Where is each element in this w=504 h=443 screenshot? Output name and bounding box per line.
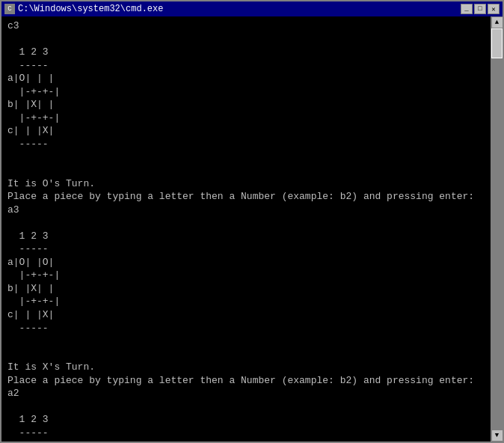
terminal-output[interactable]: c3 1 2 3 ----- a|O| | | |-+-+-| b| |X| |… xyxy=(1,16,491,442)
minimize-button[interactable]: _ xyxy=(461,4,473,14)
close-button[interactable]: ✕ xyxy=(488,4,500,14)
content-area: c3 1 2 3 ----- a|O| | | |-+-+-| b| |X| |… xyxy=(1,16,503,442)
scrollbar[interactable]: ▲ ▼ xyxy=(491,16,503,442)
titlebar-left: C C:\Windows\system32\cmd.exe xyxy=(4,4,163,14)
scrollbar-track[interactable] xyxy=(491,28,503,430)
scroll-up-button[interactable]: ▲ xyxy=(491,16,503,28)
titlebar-buttons: _ □ ✕ xyxy=(461,4,500,14)
maximize-button[interactable]: □ xyxy=(474,4,486,14)
cmd-icon: C xyxy=(4,4,15,14)
cmd-window: C C:\Windows\system32\cmd.exe _ □ ✕ c3 1… xyxy=(0,0,504,443)
window-title: C:\Windows\system32\cmd.exe xyxy=(18,4,163,14)
scrollbar-thumb[interactable] xyxy=(491,28,503,58)
titlebar: C C:\Windows\system32\cmd.exe _ □ ✕ xyxy=(1,1,503,16)
scroll-down-button[interactable]: ▼ xyxy=(491,430,503,442)
